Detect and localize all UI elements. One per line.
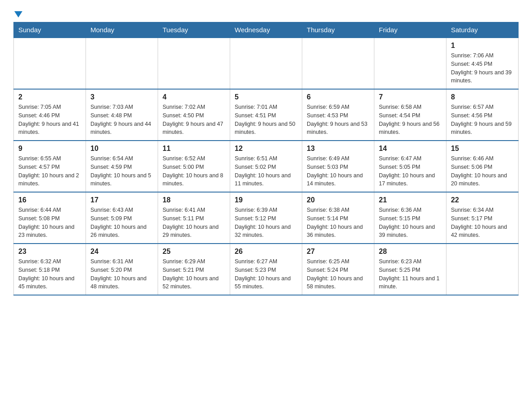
calendar-cell — [446, 244, 519, 295]
day-info: Sunrise: 7:03 AMSunset: 4:48 PMDaylight:… — [90, 103, 153, 137]
calendar-cell: 3Sunrise: 7:03 AMSunset: 4:48 PMDaylight… — [86, 89, 158, 141]
day-info: Sunrise: 6:59 AMSunset: 4:53 PMDaylight:… — [307, 103, 369, 137]
day-of-week-header: Thursday — [302, 22, 374, 38]
day-info: Sunrise: 6:36 AMSunset: 5:15 PMDaylight:… — [379, 206, 442, 240]
day-number: 5 — [235, 93, 297, 101]
calendar-cell: 25Sunrise: 6:29 AMSunset: 5:21 PMDayligh… — [158, 244, 230, 295]
day-number: 18 — [163, 196, 225, 204]
calendar-cell: 6Sunrise: 6:59 AMSunset: 4:53 PMDaylight… — [302, 89, 374, 141]
calendar-cell: 21Sunrise: 6:36 AMSunset: 5:15 PMDayligh… — [374, 192, 446, 244]
day-number: 22 — [451, 196, 514, 204]
day-of-week-header: Monday — [86, 22, 158, 38]
day-of-week-header: Sunday — [14, 22, 86, 38]
logo — [13, 9, 22, 17]
calendar-cell: 14Sunrise: 6:47 AMSunset: 5:05 PMDayligh… — [374, 141, 446, 192]
day-number: 15 — [451, 145, 514, 153]
logo-arrow-icon — [14, 11, 22, 17]
day-number: 20 — [307, 196, 369, 204]
calendar-cell: 19Sunrise: 6:39 AMSunset: 5:12 PMDayligh… — [230, 192, 302, 244]
calendar-table: SundayMondayTuesdayWednesdayThursdayFrid… — [13, 22, 519, 295]
day-number: 16 — [18, 196, 81, 204]
day-number: 9 — [18, 145, 81, 153]
day-info: Sunrise: 6:32 AMSunset: 5:18 PMDaylight:… — [18, 257, 81, 291]
day-info: Sunrise: 6:34 AMSunset: 5:17 PMDaylight:… — [451, 206, 514, 240]
day-number: 2 — [18, 93, 81, 101]
day-number: 13 — [307, 145, 369, 153]
day-of-week-header: Tuesday — [158, 22, 230, 38]
day-info: Sunrise: 6:43 AMSunset: 5:09 PMDaylight:… — [90, 206, 153, 240]
calendar-cell: 17Sunrise: 6:43 AMSunset: 5:09 PMDayligh… — [86, 192, 158, 244]
day-info: Sunrise: 6:44 AMSunset: 5:08 PMDaylight:… — [18, 206, 81, 240]
day-info: Sunrise: 6:27 AMSunset: 5:23 PMDaylight:… — [235, 257, 297, 291]
calendar-cell — [158, 38, 230, 89]
day-info: Sunrise: 6:58 AMSunset: 4:54 PMDaylight:… — [379, 103, 442, 137]
calendar-week-row: 23Sunrise: 6:32 AMSunset: 5:18 PMDayligh… — [14, 244, 519, 295]
day-number: 4 — [163, 93, 225, 101]
day-number: 6 — [307, 93, 369, 101]
day-number: 26 — [235, 248, 297, 256]
calendar-cell: 4Sunrise: 7:02 AMSunset: 4:50 PMDaylight… — [158, 89, 230, 141]
day-info: Sunrise: 6:47 AMSunset: 5:05 PMDaylight:… — [379, 154, 442, 188]
day-info: Sunrise: 7:02 AMSunset: 4:50 PMDaylight:… — [163, 103, 225, 137]
day-number: 23 — [18, 248, 81, 256]
day-info: Sunrise: 6:38 AMSunset: 5:14 PMDaylight:… — [307, 206, 369, 240]
day-info: Sunrise: 6:54 AMSunset: 4:59 PMDaylight:… — [90, 154, 153, 188]
calendar-cell: 12Sunrise: 6:51 AMSunset: 5:02 PMDayligh… — [230, 141, 302, 192]
day-number: 10 — [90, 145, 153, 153]
calendar-cell — [302, 38, 374, 89]
calendar-cell: 2Sunrise: 7:05 AMSunset: 4:46 PMDaylight… — [14, 89, 86, 141]
day-of-week-header: Saturday — [446, 22, 519, 38]
day-number: 8 — [451, 93, 514, 101]
calendar-cell — [14, 38, 86, 89]
day-number: 3 — [90, 93, 153, 101]
calendar-cell — [86, 38, 158, 89]
day-number: 14 — [379, 145, 442, 153]
calendar-cell: 20Sunrise: 6:38 AMSunset: 5:14 PMDayligh… — [302, 192, 374, 244]
calendar-cell: 16Sunrise: 6:44 AMSunset: 5:08 PMDayligh… — [14, 192, 86, 244]
calendar-cell: 9Sunrise: 6:55 AMSunset: 4:57 PMDaylight… — [14, 141, 86, 192]
calendar-cell: 24Sunrise: 6:31 AMSunset: 5:20 PMDayligh… — [86, 244, 158, 295]
calendar-cell: 15Sunrise: 6:46 AMSunset: 5:06 PMDayligh… — [446, 141, 519, 192]
day-info: Sunrise: 6:39 AMSunset: 5:12 PMDaylight:… — [235, 206, 297, 240]
day-info: Sunrise: 6:31 AMSunset: 5:20 PMDaylight:… — [90, 257, 153, 291]
calendar-cell: 28Sunrise: 6:23 AMSunset: 5:25 PMDayligh… — [374, 244, 446, 295]
day-number: 12 — [235, 145, 297, 153]
day-number: 11 — [163, 145, 225, 153]
calendar-cell — [230, 38, 302, 89]
calendar-week-row: 2Sunrise: 7:05 AMSunset: 4:46 PMDaylight… — [14, 89, 519, 141]
day-info: Sunrise: 7:05 AMSunset: 4:46 PMDaylight:… — [18, 103, 81, 137]
day-number: 1 — [451, 42, 514, 50]
day-number: 7 — [379, 93, 442, 101]
calendar-cell: 5Sunrise: 7:01 AMSunset: 4:51 PMDaylight… — [230, 89, 302, 141]
day-number: 25 — [163, 248, 225, 256]
calendar-cell: 27Sunrise: 6:25 AMSunset: 5:24 PMDayligh… — [302, 244, 374, 295]
day-number: 17 — [90, 196, 153, 204]
calendar-cell: 22Sunrise: 6:34 AMSunset: 5:17 PMDayligh… — [446, 192, 519, 244]
day-info: Sunrise: 6:41 AMSunset: 5:11 PMDaylight:… — [163, 206, 225, 240]
day-number: 27 — [307, 248, 369, 256]
calendar-cell: 8Sunrise: 6:57 AMSunset: 4:56 PMDaylight… — [446, 89, 519, 141]
day-info: Sunrise: 7:06 AMSunset: 4:45 PMDaylight:… — [451, 51, 514, 85]
calendar-cell: 18Sunrise: 6:41 AMSunset: 5:11 PMDayligh… — [158, 192, 230, 244]
calendar-cell — [374, 38, 446, 89]
day-number: 24 — [90, 248, 153, 256]
calendar-week-row: 9Sunrise: 6:55 AMSunset: 4:57 PMDaylight… — [14, 141, 519, 192]
calendar-cell: 7Sunrise: 6:58 AMSunset: 4:54 PMDaylight… — [374, 89, 446, 141]
day-info: Sunrise: 6:49 AMSunset: 5:03 PMDaylight:… — [307, 154, 369, 188]
day-number: 28 — [379, 248, 442, 256]
calendar-week-row: 16Sunrise: 6:44 AMSunset: 5:08 PMDayligh… — [14, 192, 519, 244]
day-number: 19 — [235, 196, 297, 204]
calendar-cell: 11Sunrise: 6:52 AMSunset: 5:00 PMDayligh… — [158, 141, 230, 192]
day-info: Sunrise: 6:23 AMSunset: 5:25 PMDaylight:… — [379, 257, 442, 291]
day-info: Sunrise: 6:29 AMSunset: 5:21 PMDaylight:… — [163, 257, 225, 291]
calendar-cell: 26Sunrise: 6:27 AMSunset: 5:23 PMDayligh… — [230, 244, 302, 295]
day-info: Sunrise: 6:51 AMSunset: 5:02 PMDaylight:… — [235, 154, 297, 188]
day-info: Sunrise: 6:57 AMSunset: 4:56 PMDaylight:… — [451, 103, 514, 137]
calendar-cell: 1Sunrise: 7:06 AMSunset: 4:45 PMDaylight… — [446, 38, 519, 89]
day-number: 21 — [379, 196, 442, 204]
day-info: Sunrise: 6:25 AMSunset: 5:24 PMDaylight:… — [307, 257, 369, 291]
page-header — [13, 9, 519, 17]
calendar-cell: 13Sunrise: 6:49 AMSunset: 5:03 PMDayligh… — [302, 141, 374, 192]
calendar-cell: 23Sunrise: 6:32 AMSunset: 5:18 PMDayligh… — [14, 244, 86, 295]
calendar-week-row: 1Sunrise: 7:06 AMSunset: 4:45 PMDaylight… — [14, 38, 519, 89]
